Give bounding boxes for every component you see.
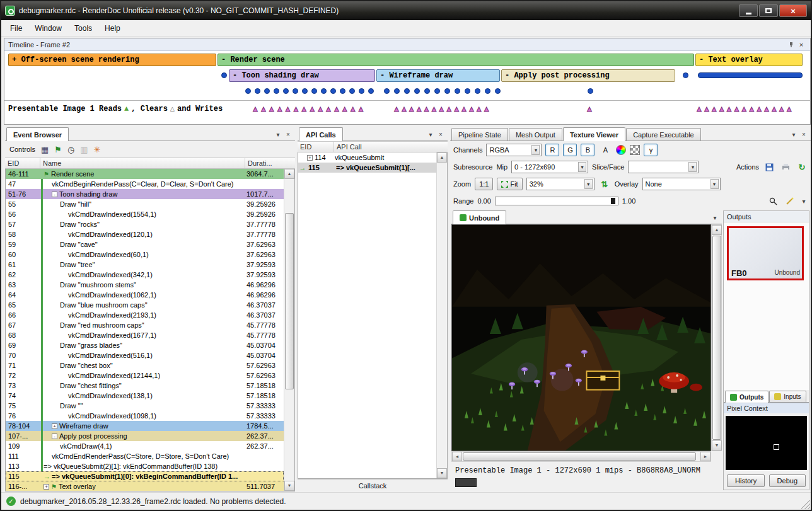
- usage-triangle[interactable]: ▲: [718, 105, 726, 113]
- draw-call-dot[interactable]: [424, 88, 430, 94]
- usage-triangle[interactable]: ▲: [260, 105, 267, 113]
- draw-call-dot[interactable]: [330, 88, 336, 94]
- history-button[interactable]: History: [727, 474, 765, 487]
- usage-triangle[interactable]: ▲: [333, 105, 340, 113]
- draw-call-dot[interactable]: [274, 88, 279, 94]
- event-row[interactable]: 72vkCmdDrawIndexed(12144,1)57.62963: [6, 370, 284, 381]
- viewport-vertical-scrollbar[interactable]: ▲ ▼: [711, 224, 722, 451]
- event-row[interactable]: 60vkCmdDrawIndexed(60,1)37.62963: [6, 250, 284, 260]
- timeline-bar-render-scene[interactable]: - Render scene: [218, 54, 694, 66]
- usage-triangle[interactable]: ▲: [733, 105, 740, 113]
- draw-call-dot[interactable]: [404, 88, 410, 94]
- usage-triangle[interactable]: ▲: [703, 105, 710, 113]
- callstack-section[interactable]: Callstack: [298, 479, 448, 491]
- event-row[interactable]: 57Draw "rocks"37.77778: [6, 219, 284, 229]
- event-row[interactable]: 47vkCmdBeginRenderPass(C=Clear, D=Clear,…: [6, 179, 284, 189]
- usage-triangle[interactable]: ▲: [475, 105, 483, 113]
- usage-triangle[interactable]: ▲: [408, 105, 415, 113]
- tab-outputs[interactable]: Outputs: [725, 391, 768, 403]
- minimize-button[interactable]: [739, 4, 758, 17]
- gamma-button[interactable]: γ: [644, 144, 658, 156]
- draw-call-dot[interactable]: [321, 88, 327, 94]
- draw-call-dot[interactable]: [264, 88, 270, 94]
- usage-triangle[interactable]: ▲: [695, 105, 703, 113]
- tab-api-calls[interactable]: API Calls: [299, 127, 343, 141]
- event-row[interactable]: 111vkCmdEndRenderPass(C=Store, D=Store, …: [6, 451, 284, 461]
- pin-icon[interactable]: [786, 40, 796, 49]
- tab-event-browser[interactable]: Event Browser: [6, 127, 69, 141]
- tab-mesh-output[interactable]: Mesh Output: [509, 128, 562, 141]
- wand-icon[interactable]: [783, 195, 796, 207]
- flip-y-icon[interactable]: ⇅: [598, 178, 611, 190]
- event-row[interactable]: 68vkCmdDrawIndexed(1677,1)45.77778: [6, 330, 284, 340]
- event-row[interactable]: 51-76-Toon shading draw1017.7...: [6, 189, 284, 199]
- event-row[interactable]: 63Draw "mushroom stems"46.96296: [6, 280, 284, 290]
- draw-call-dot[interactable]: [283, 88, 289, 94]
- overlay-select[interactable]: None▾: [642, 178, 721, 190]
- timeline-bar-off-screen-scene-rendering[interactable]: + Off-screen scene rendering: [8, 54, 216, 66]
- usage-triangle[interactable]: ▲: [284, 105, 292, 113]
- draw-call-dot[interactable]: [414, 88, 420, 94]
- usage-triangle[interactable]: ▲: [325, 105, 332, 113]
- tab-unbound-texture[interactable]: Unbound: [453, 210, 506, 224]
- usage-triangle[interactable]: ▲: [726, 105, 733, 113]
- scroll-left-icon[interactable]: ◄: [452, 452, 462, 461]
- event-row[interactable]: 71Draw "chest box"57.62963: [6, 360, 284, 370]
- event-row[interactable]: 46-111⚑Render scene3064.7...: [6, 169, 284, 179]
- column-eid[interactable]: EID: [5, 158, 40, 168]
- usage-triangle[interactable]: ▲: [292, 105, 299, 113]
- timeline-bar-wireframe-draw[interactable]: - Wireframe draw: [376, 69, 500, 82]
- usage-triangle[interactable]: ▲: [341, 105, 349, 113]
- chevron-down-icon[interactable]: ▾: [426, 131, 435, 138]
- event-row[interactable]: 113=> vkQueueSubmit(2)[1]: vkEndCommandB…: [6, 461, 284, 471]
- column-api-call[interactable]: API Call: [334, 142, 448, 152]
- zoom-1to1-button[interactable]: 1:1: [475, 178, 493, 190]
- clock-icon[interactable]: ◷: [67, 146, 74, 154]
- api-calls-scrollbar[interactable]: ▲ ▼: [436, 152, 447, 478]
- chevron-down-icon[interactable]: ▾: [274, 131, 282, 138]
- usage-triangle[interactable]: ▲: [763, 105, 770, 113]
- usage-triangle[interactable]: ▲: [430, 105, 438, 113]
- event-row[interactable]: 55Draw "hill"39.25926: [6, 199, 284, 209]
- usage-triangle[interactable]: ▲: [308, 105, 316, 113]
- usage-triangle[interactable]: ▲: [740, 105, 748, 113]
- viewport-horizontal-scrollbar[interactable]: ◄ ►: [451, 451, 711, 462]
- pixel-context-view[interactable]: [726, 416, 807, 470]
- usage-triangle[interactable]: ▲: [710, 105, 718, 113]
- draw-call-dot[interactable]: [359, 88, 364, 94]
- scroll-up-icon[interactable]: ▲: [284, 169, 294, 179]
- expand-icon[interactable]: +: [44, 484, 49, 490]
- scrollbar-thumb[interactable]: [712, 236, 721, 440]
- menu-file[interactable]: File: [4, 21, 28, 35]
- event-row[interactable]: 66vkCmdDrawIndexed(2193,1)46.37037: [6, 310, 284, 320]
- close-icon[interactable]: ×: [796, 40, 806, 49]
- draw-call-dot[interactable]: [434, 88, 440, 94]
- resize-grip[interactable]: [801, 500, 810, 509]
- usage-triangle[interactable]: ▲: [393, 105, 400, 113]
- draw-call-dot[interactable]: [475, 88, 480, 94]
- event-row[interactable]: 67Draw "red mushroom caps"45.77778: [6, 320, 284, 330]
- usage-triangle[interactable]: ▲: [400, 105, 408, 113]
- menu-tools[interactable]: Tools: [68, 21, 98, 35]
- close-icon[interactable]: ×: [284, 131, 293, 138]
- menu-window[interactable]: Window: [28, 21, 68, 35]
- channel-a-button[interactable]: A: [598, 144, 612, 156]
- expand-icon[interactable]: +: [52, 423, 57, 429]
- collapse-icon[interactable]: -: [52, 433, 57, 439]
- scrollbar-thumb[interactable]: [285, 213, 294, 389]
- draw-call-dot[interactable]: [683, 72, 688, 78]
- usage-triangle[interactable]: ▲: [770, 105, 778, 113]
- draw-call-dot[interactable]: [349, 88, 355, 94]
- expand-icon[interactable]: +: [307, 155, 313, 161]
- event-row[interactable]: 115→=> vkQueueSubmit(1)[0]: vkBeginComma…: [6, 471, 284, 481]
- draw-call-dot[interactable]: [368, 88, 374, 94]
- usage-triangle[interactable]: ▲: [316, 105, 324, 113]
- timeline-merged-draws[interactable]: [698, 72, 803, 78]
- usage-triangle[interactable]: ▲: [415, 105, 423, 113]
- usage-triangle[interactable]: ▲: [778, 105, 786, 113]
- draw-call-dot[interactable]: [444, 88, 450, 94]
- column-eid[interactable]: EID: [298, 142, 334, 152]
- usage-triangle[interactable]: ▲: [357, 105, 365, 113]
- scroll-down-icon[interactable]: ▼: [712, 440, 722, 451]
- close-icon[interactable]: ×: [436, 131, 445, 138]
